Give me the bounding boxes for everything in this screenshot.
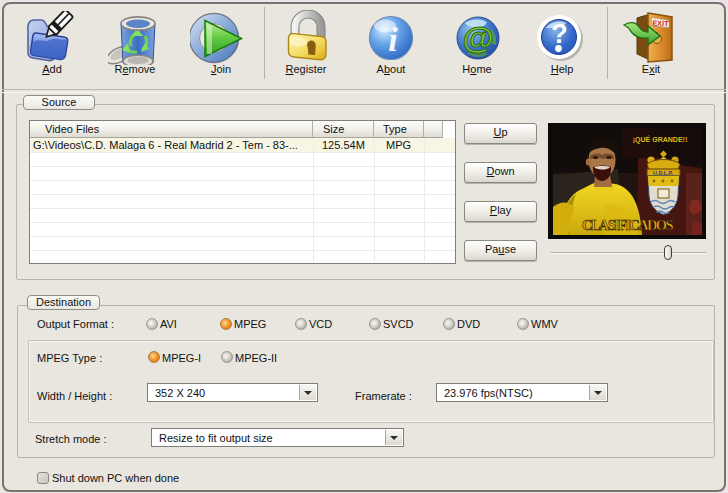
svg-text:CLASIFICADOS: CLASIFICADOS xyxy=(582,217,674,233)
svg-text:EXIT: EXIT xyxy=(652,19,669,29)
svg-text:i: i xyxy=(388,21,398,58)
svg-text:@: @ xyxy=(462,20,493,56)
svg-text:?: ? xyxy=(551,19,568,49)
svg-text:¡QUÉ GRANDE!!: ¡QUÉ GRANDE!! xyxy=(633,135,687,144)
svg-text:U.D.L.P.: U.D.L.P. xyxy=(653,170,673,176)
